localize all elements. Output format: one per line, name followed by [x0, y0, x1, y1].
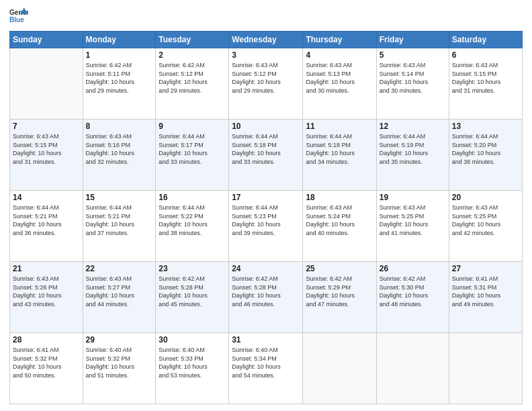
day-info: Sunrise: 6:44 AM Sunset: 5:17 PM Dayligh…: [159, 132, 226, 166]
calendar-day-cell: 7Sunrise: 6:43 AM Sunset: 5:15 PM Daylig…: [10, 120, 83, 191]
calendar-week-row: 1Sunrise: 6:42 AM Sunset: 5:11 PM Daylig…: [10, 48, 523, 120]
calendar-day-cell: 21Sunrise: 6:43 AM Sunset: 5:26 PM Dayli…: [10, 262, 83, 333]
day-info: Sunrise: 6:43 AM Sunset: 5:14 PM Dayligh…: [380, 61, 446, 95]
day-number: 19: [380, 193, 446, 202]
day-number: 2: [159, 50, 226, 60]
day-info: Sunrise: 6:42 AM Sunset: 5:11 PM Dayligh…: [86, 61, 153, 95]
day-info: Sunrise: 6:43 AM Sunset: 5:26 PM Dayligh…: [13, 275, 80, 308]
calendar-week-row: 28Sunrise: 6:41 AM Sunset: 5:32 PM Dayli…: [10, 333, 523, 404]
day-number: 10: [232, 122, 300, 131]
day-number: 4: [306, 50, 373, 60]
day-info: Sunrise: 6:44 AM Sunset: 5:22 PM Dayligh…: [159, 203, 226, 237]
day-number: 27: [452, 264, 519, 273]
calendar-day-cell: 13Sunrise: 6:44 AM Sunset: 5:20 PM Dayli…: [449, 120, 522, 191]
day-number: 13: [452, 122, 519, 131]
logo: General Blue: [9, 7, 28, 26]
day-number: 24: [232, 264, 300, 273]
day-number: 15: [86, 193, 153, 202]
weekday-header-cell: Friday: [376, 32, 449, 48]
calendar-day-cell: 26Sunrise: 6:42 AM Sunset: 5:30 PM Dayli…: [376, 262, 449, 333]
day-number: 3: [232, 50, 300, 60]
calendar-day-cell: 14Sunrise: 6:44 AM Sunset: 5:21 PM Dayli…: [10, 191, 83, 262]
day-info: Sunrise: 6:40 AM Sunset: 5:32 PM Dayligh…: [86, 346, 153, 379]
calendar-day-cell: [376, 333, 449, 404]
day-number: 17: [232, 193, 300, 202]
calendar-day-cell: [10, 48, 83, 120]
calendar-day-cell: 11Sunrise: 6:44 AM Sunset: 5:18 PM Dayli…: [303, 120, 376, 191]
day-info: Sunrise: 6:40 AM Sunset: 5:34 PM Dayligh…: [232, 346, 300, 379]
calendar-day-cell: 27Sunrise: 6:41 AM Sunset: 5:31 PM Dayli…: [449, 262, 522, 333]
logo-icon: General Blue: [9, 7, 28, 26]
weekday-header-cell: Sunday: [10, 32, 83, 48]
calendar-week-row: 21Sunrise: 6:43 AM Sunset: 5:26 PM Dayli…: [10, 262, 523, 333]
calendar-day-cell: 5Sunrise: 6:43 AM Sunset: 5:14 PM Daylig…: [376, 48, 449, 120]
weekday-header-cell: Monday: [83, 32, 156, 48]
calendar-day-cell: [303, 333, 376, 404]
day-number: 8: [86, 122, 153, 131]
day-number: 30: [159, 335, 226, 345]
calendar-day-cell: 10Sunrise: 6:44 AM Sunset: 5:18 PM Dayli…: [229, 120, 303, 191]
calendar-day-cell: 23Sunrise: 6:42 AM Sunset: 5:28 PM Dayli…: [156, 262, 229, 333]
day-info: Sunrise: 6:43 AM Sunset: 5:16 PM Dayligh…: [86, 132, 153, 166]
day-number: 12: [380, 122, 446, 131]
weekday-header-cell: Saturday: [449, 32, 522, 48]
day-info: Sunrise: 6:43 AM Sunset: 5:13 PM Dayligh…: [306, 61, 373, 95]
day-number: 29: [86, 335, 153, 345]
day-number: 23: [159, 264, 226, 273]
day-info: Sunrise: 6:43 AM Sunset: 5:25 PM Dayligh…: [452, 203, 519, 237]
day-info: Sunrise: 6:42 AM Sunset: 5:12 PM Dayligh…: [159, 61, 226, 95]
day-number: 26: [380, 264, 446, 273]
day-info: Sunrise: 6:41 AM Sunset: 5:31 PM Dayligh…: [452, 275, 519, 308]
calendar-table: SundayMondayTuesdayWednesdayThursdayFrid…: [9, 31, 523, 404]
day-info: Sunrise: 6:42 AM Sunset: 5:28 PM Dayligh…: [232, 275, 300, 308]
day-number: 28: [13, 335, 80, 345]
day-info: Sunrise: 6:44 AM Sunset: 5:18 PM Dayligh…: [306, 132, 373, 166]
calendar-day-cell: 4Sunrise: 6:43 AM Sunset: 5:13 PM Daylig…: [303, 48, 376, 120]
day-info: Sunrise: 6:42 AM Sunset: 5:29 PM Dayligh…: [306, 275, 373, 308]
calendar-day-cell: 30Sunrise: 6:40 AM Sunset: 5:33 PM Dayli…: [156, 333, 229, 404]
calendar-day-cell: 6Sunrise: 6:43 AM Sunset: 5:15 PM Daylig…: [449, 48, 522, 120]
calendar-day-cell: 18Sunrise: 6:43 AM Sunset: 5:24 PM Dayli…: [303, 191, 376, 262]
day-info: Sunrise: 6:44 AM Sunset: 5:23 PM Dayligh…: [232, 203, 300, 237]
day-info: Sunrise: 6:43 AM Sunset: 5:25 PM Dayligh…: [380, 203, 446, 237]
calendar-day-cell: 3Sunrise: 6:43 AM Sunset: 5:12 PM Daylig…: [229, 48, 303, 120]
calendar-day-cell: 24Sunrise: 6:42 AM Sunset: 5:28 PM Dayli…: [229, 262, 303, 333]
calendar-day-cell: 9Sunrise: 6:44 AM Sunset: 5:17 PM Daylig…: [156, 120, 229, 191]
day-info: Sunrise: 6:42 AM Sunset: 5:30 PM Dayligh…: [380, 275, 446, 308]
calendar-day-cell: 15Sunrise: 6:44 AM Sunset: 5:21 PM Dayli…: [83, 191, 156, 262]
weekday-header-cell: Tuesday: [156, 32, 229, 48]
calendar-day-cell: 28Sunrise: 6:41 AM Sunset: 5:32 PM Dayli…: [10, 333, 83, 404]
calendar-day-cell: 1Sunrise: 6:42 AM Sunset: 5:11 PM Daylig…: [83, 48, 156, 120]
day-number: 25: [306, 264, 373, 273]
calendar-day-cell: [449, 333, 522, 404]
calendar-week-row: 14Sunrise: 6:44 AM Sunset: 5:21 PM Dayli…: [10, 191, 523, 262]
calendar-day-cell: 29Sunrise: 6:40 AM Sunset: 5:32 PM Dayli…: [83, 333, 156, 404]
weekday-header-cell: Thursday: [303, 32, 376, 48]
day-number: 9: [159, 122, 226, 131]
calendar-body: 1Sunrise: 6:42 AM Sunset: 5:11 PM Daylig…: [10, 48, 523, 404]
day-info: Sunrise: 6:43 AM Sunset: 5:15 PM Dayligh…: [452, 61, 519, 95]
calendar-day-cell: 20Sunrise: 6:43 AM Sunset: 5:25 PM Dayli…: [449, 191, 522, 262]
day-number: 16: [159, 193, 226, 202]
calendar-day-cell: 25Sunrise: 6:42 AM Sunset: 5:29 PM Dayli…: [303, 262, 376, 333]
day-info: Sunrise: 6:44 AM Sunset: 5:21 PM Dayligh…: [13, 203, 80, 237]
day-number: 22: [86, 264, 153, 273]
day-info: Sunrise: 6:43 AM Sunset: 5:27 PM Dayligh…: [86, 275, 153, 308]
day-number: 20: [452, 193, 519, 202]
day-info: Sunrise: 6:42 AM Sunset: 5:28 PM Dayligh…: [159, 275, 226, 308]
calendar-day-cell: 31Sunrise: 6:40 AM Sunset: 5:34 PM Dayli…: [229, 333, 303, 404]
day-number: 6: [452, 50, 519, 60]
calendar-day-cell: 17Sunrise: 6:44 AM Sunset: 5:23 PM Dayli…: [229, 191, 303, 262]
day-number: 21: [13, 264, 80, 273]
day-info: Sunrise: 6:44 AM Sunset: 5:18 PM Dayligh…: [232, 132, 300, 166]
day-info: Sunrise: 6:44 AM Sunset: 5:20 PM Dayligh…: [452, 132, 519, 166]
day-info: Sunrise: 6:44 AM Sunset: 5:21 PM Dayligh…: [86, 203, 153, 237]
header: General Blue: [9, 7, 523, 26]
day-info: Sunrise: 6:40 AM Sunset: 5:33 PM Dayligh…: [159, 346, 226, 379]
calendar-week-row: 7Sunrise: 6:43 AM Sunset: 5:15 PM Daylig…: [10, 120, 523, 191]
calendar-day-cell: 16Sunrise: 6:44 AM Sunset: 5:22 PM Dayli…: [156, 191, 229, 262]
day-info: Sunrise: 6:43 AM Sunset: 5:24 PM Dayligh…: [306, 203, 373, 237]
weekday-header-cell: Wednesday: [229, 32, 303, 48]
weekday-header-row: SundayMondayTuesdayWednesdayThursdayFrid…: [10, 32, 523, 48]
calendar-day-cell: 19Sunrise: 6:43 AM Sunset: 5:25 PM Dayli…: [376, 191, 449, 262]
